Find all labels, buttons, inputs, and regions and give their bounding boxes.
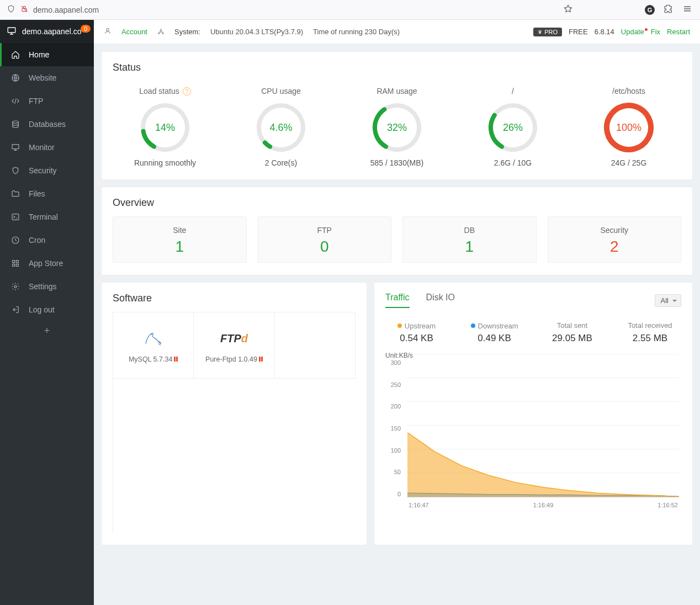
- address-url[interactable]: demo.aapanel.com: [33, 6, 99, 14]
- software-cell[interactable]: FTPdPure-Ftpd 1.0.49: [194, 312, 274, 379]
- svg-rect-5: [12, 214, 19, 220]
- gauge-subtext: 585 / 1830(MB): [370, 158, 424, 167]
- traffic-stat-value: 29.05 MB: [544, 333, 600, 344]
- system-icon: [157, 28, 165, 36]
- sidebar-item-ftp[interactable]: FTP: [0, 89, 94, 113]
- profile-avatar[interactable]: G: [645, 5, 655, 15]
- overview-card[interactable]: Security2: [548, 216, 682, 263]
- ftpd-icon: FTPd: [220, 328, 248, 350]
- overview-card-value: 0: [258, 238, 391, 256]
- monitor-icon: [11, 143, 20, 152]
- restart-link[interactable]: Restart: [667, 28, 690, 36]
- traffic-stat-value: 0.54 KB: [389, 333, 444, 344]
- monitor-icon: [7, 26, 17, 38]
- logout-icon: [11, 305, 20, 314]
- legend-dot-icon: [397, 323, 402, 328]
- y-tick: 300: [391, 359, 401, 366]
- traffic-stat: Upstream0.54 KB: [389, 320, 444, 344]
- gauge[interactable]: CPU usage4.6%2 Core(s): [229, 87, 333, 167]
- fix-link[interactable]: Fix: [651, 28, 660, 36]
- y-tick: 200: [391, 403, 401, 410]
- appstore-icon: [11, 259, 20, 268]
- sidebar-item-security[interactable]: Security: [0, 159, 94, 182]
- tab-traffic[interactable]: Traffic: [385, 293, 410, 308]
- svg-rect-7: [13, 261, 15, 263]
- overview-card[interactable]: FTP0: [258, 216, 392, 263]
- overview-card-value: 1: [113, 238, 246, 256]
- extensions-icon[interactable]: [664, 4, 674, 16]
- overview-card[interactable]: DB1: [402, 216, 537, 263]
- overview-card-title: DB: [403, 226, 536, 235]
- pause-icon: [174, 357, 178, 362]
- gauge-label: CPU usage: [261, 87, 301, 95]
- sidebar-item-label: Website: [29, 73, 56, 82]
- x-tick: 1:16:52: [657, 502, 678, 508]
- help-icon[interactable]: ?: [183, 87, 191, 95]
- gauge-label: Load status ?: [139, 87, 190, 95]
- databases-icon: [11, 120, 20, 129]
- hamburger-menu-icon[interactable]: [682, 4, 692, 16]
- overview-card-value: 1: [403, 238, 536, 256]
- terminal-icon: [11, 213, 20, 221]
- sidebar-item-terminal[interactable]: Terminal: [0, 205, 94, 229]
- software-cell[interactable]: MySQL 5.7.34: [113, 312, 194, 379]
- sidebar-item-label: Files: [29, 189, 45, 198]
- sidebar-item-label: Databases: [29, 120, 66, 129]
- sidebar-item-logout[interactable]: Log out: [0, 298, 94, 321]
- traffic-stat-label: Total received: [628, 321, 672, 330]
- sidebar-add-button[interactable]: +: [0, 321, 94, 340]
- brand-title: demo.aapanel.co: [22, 27, 81, 36]
- lock-slash-icon: [20, 4, 29, 15]
- traffic-chart: [407, 354, 679, 497]
- bookmark-star-icon[interactable]: [563, 4, 573, 16]
- sidebar-item-monitor[interactable]: Monitor: [0, 136, 94, 159]
- sidebar-item-appstore[interactable]: App Store: [0, 252, 94, 275]
- y-tick: 250: [391, 381, 401, 388]
- sidebar-item-website[interactable]: Website: [0, 66, 94, 89]
- svg-rect-9: [13, 264, 15, 266]
- traffic-stat-label: Upstream: [397, 322, 436, 330]
- gauge[interactable]: RAM usage32%585 / 1830(MB): [344, 87, 449, 167]
- y-tick: 150: [391, 425, 401, 432]
- overview-card[interactable]: Site1: [113, 216, 247, 263]
- overview-panel: Overview Site1FTP0DB1Security2: [102, 187, 692, 275]
- traffic-stat-label: Downstream: [471, 322, 518, 330]
- traffic-filter-dropdown[interactable]: All: [655, 294, 681, 307]
- legend-dot-icon: [471, 323, 475, 328]
- status-panel: Status Load status ?14%Running smoothlyC…: [102, 52, 692, 179]
- svg-point-11: [14, 285, 17, 288]
- files-icon: [11, 189, 20, 198]
- gauge-label: /: [512, 87, 514, 95]
- gauge[interactable]: Load status ?14%Running smoothly: [113, 87, 218, 167]
- sidebar-item-label: Home: [29, 50, 49, 59]
- gauge-subtext: Running smoothly: [134, 158, 196, 167]
- gauge-label: RAM usage: [376, 87, 417, 95]
- sidebar-item-databases[interactable]: Databases: [0, 113, 94, 136]
- sidebar-item-files[interactable]: Files: [0, 182, 94, 205]
- sidebar-item-label: FTP: [29, 97, 43, 105]
- brand-badge: 0: [81, 25, 91, 33]
- x-tick: 1:16:47: [409, 502, 429, 508]
- gauge[interactable]: /etc/hosts100%24G / 25G: [576, 87, 681, 167]
- sidebar-item-home[interactable]: Home: [0, 43, 94, 66]
- overview-card-title: FTP: [258, 226, 391, 235]
- status-title: Status: [113, 62, 681, 73]
- sidebar-item-settings[interactable]: Settings: [0, 275, 94, 298]
- svg-point-3: [13, 121, 19, 123]
- version-number: 6.8.14: [595, 28, 614, 36]
- overview-card-title: Security: [548, 226, 681, 235]
- system-label: System:: [174, 28, 200, 36]
- tab-disk-io[interactable]: Disk IO: [426, 293, 455, 308]
- sidebar-item-label: Cron: [29, 236, 45, 245]
- brand-header[interactable]: demo.aapanel.co 0: [0, 20, 94, 43]
- svg-point-26: [151, 333, 151, 334]
- software-cell: [275, 312, 356, 379]
- update-link[interactable]: Update: [621, 28, 644, 36]
- gauge[interactable]: /26%2.6G / 10G: [460, 87, 565, 167]
- sidebar-item-cron[interactable]: Cron: [0, 229, 94, 252]
- svg-rect-8: [16, 261, 18, 263]
- ftp-icon: [11, 97, 20, 105]
- account-link[interactable]: Account: [121, 28, 147, 36]
- pro-badge[interactable]: ♛PRO: [533, 28, 562, 36]
- settings-icon: [11, 282, 20, 291]
